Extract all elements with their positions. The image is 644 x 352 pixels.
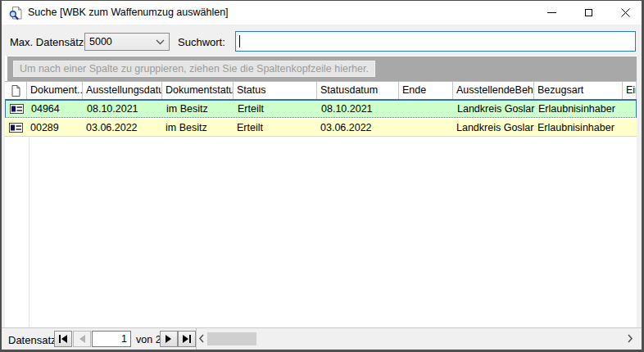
record-icon — [9, 123, 23, 133]
table-cell — [399, 119, 453, 136]
table-cell-icon — [5, 119, 27, 136]
minimize-button[interactable] — [533, 1, 570, 25]
group-by-panel[interactable]: Um nach einer Spalte zu gruppieren, zieh… — [7, 56, 637, 81]
dialog-window: Suche [WBK zum Waffenumzug auswählen] Ma… — [0, 0, 644, 352]
maximize-button[interactable] — [570, 1, 607, 25]
table-row[interactable]: 0496408.10.2021im BesitzErteilt08.10.202… — [5, 100, 637, 118]
max-records-value: 5000 — [89, 36, 112, 47]
search-document-icon — [8, 6, 23, 20]
record-icon — [10, 104, 24, 114]
table-cell: 03.06.2022 — [317, 119, 399, 136]
search-label: Suchwort: — [178, 36, 225, 48]
table-cell: Erlaubnisinhaber — [534, 119, 623, 136]
table-cell: im Besitz — [163, 101, 234, 117]
table-cell: 00289 — [27, 119, 83, 136]
table-cell: 04964 — [28, 101, 84, 117]
text-caret — [239, 35, 240, 47]
group-by-hint: Um nach einer Spalte zu gruppieren, zieh… — [13, 61, 375, 77]
header-cell[interactable]: Ende — [399, 81, 453, 99]
table-cell: Erteilt — [234, 101, 318, 117]
header-cell[interactable]: Ausstellungsdatum — [83, 81, 162, 99]
scrollbar-thumb[interactable] — [207, 332, 256, 345]
table-cell — [400, 101, 454, 117]
max-records-label: Max. Datensätze: — [10, 36, 93, 48]
header-cell[interactable]: Dokumentstatus — [162, 81, 234, 99]
table-cell: Erlaubnisinhaber — [535, 101, 624, 117]
close-button[interactable] — [607, 1, 644, 25]
record-navigator-label: Datensatz: — [8, 334, 59, 346]
first-record-button[interactable] — [54, 331, 72, 347]
scroll-left-icon[interactable] — [198, 333, 205, 344]
close-icon — [621, 8, 630, 17]
header-cell[interactable]: Eintr — [623, 81, 637, 99]
first-record-icon — [58, 335, 68, 343]
table-cell: im Besitz — [162, 119, 234, 136]
record-number-input[interactable] — [92, 331, 131, 347]
chevron-down-icon — [156, 39, 165, 45]
next-record-icon — [165, 335, 173, 343]
header-cell[interactable]: AusstellendeBeh... — [453, 81, 534, 99]
header-cell[interactable]: Dokument... — [27, 81, 83, 99]
previous-record-icon — [78, 335, 86, 343]
next-record-button[interactable] — [160, 331, 178, 347]
table-cell — [624, 101, 637, 117]
previous-record-button[interactable] — [73, 331, 91, 347]
last-record-icon — [182, 335, 192, 343]
table-cell: Erteilt — [234, 119, 317, 136]
window-title: Suche [WBK zum Waffenumzug auswählen] — [28, 1, 229, 25]
grid-header-row: Dokument...AusstellungsdatumDokumentstat… — [5, 81, 637, 100]
header-cell[interactable]: Bezugsart — [534, 81, 623, 99]
scroll-right-icon[interactable] — [627, 333, 633, 344]
table-cell: 08.10.2021 — [84, 101, 163, 117]
search-input[interactable] — [235, 31, 636, 52]
table-cell: 08.10.2021 — [318, 101, 400, 117]
table-cell — [623, 119, 637, 136]
title-bar: Suche [WBK zum Waffenumzug auswählen] — [2, 1, 642, 25]
table-cell-icon — [6, 101, 28, 117]
max-records-select[interactable]: 5000 — [84, 33, 170, 51]
horizontal-scrollbar[interactable] — [197, 330, 633, 348]
table-row[interactable]: 0028903.06.2022im BesitzErteilt03.06.202… — [5, 119, 637, 137]
maximize-icon — [585, 9, 592, 16]
record-navigator-bar: Datensatz: von 2 — [2, 327, 642, 350]
header-cell-icon[interactable] — [5, 81, 27, 99]
last-record-button[interactable] — [178, 331, 196, 347]
minimize-icon — [547, 12, 556, 13]
header-cell[interactable]: Status — [234, 81, 317, 99]
results-grid: Um nach einer Spalte zu gruppieren, zieh… — [5, 56, 637, 327]
table-cell: Landkreis Goslar — [453, 119, 534, 136]
table-cell: 03.06.2022 — [83, 119, 162, 136]
table-cell: Landkreis Goslar — [454, 101, 535, 117]
record-count-label: von 2 — [136, 334, 161, 345]
column-separator-line — [29, 136, 29, 327]
header-cell[interactable]: Statusdatum — [317, 81, 399, 99]
document-page-icon — [11, 85, 20, 97]
